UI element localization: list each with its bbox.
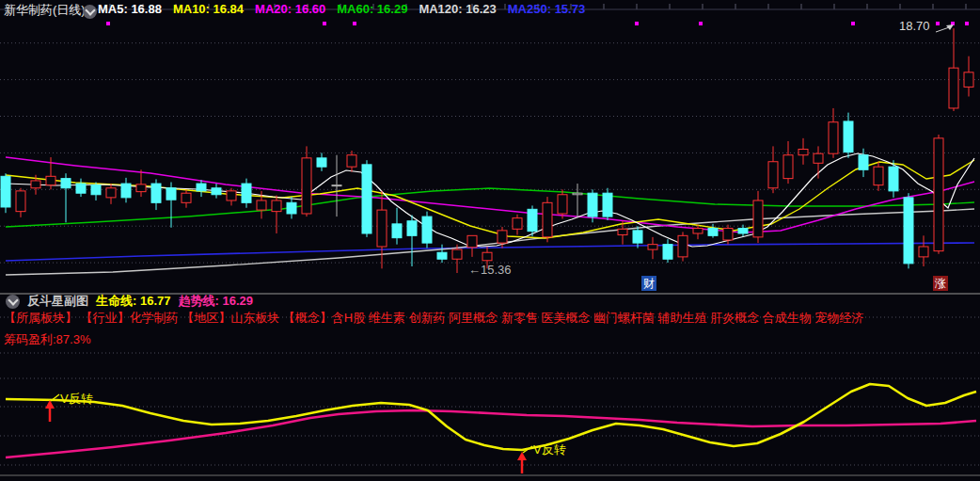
sub-indicator-title: 反斗星副图 [27,293,88,310]
chip-profit-info: 筹码盈利:87.3% [4,331,90,348]
ma-legend-item: MA250: 15.73 [508,2,585,16]
low-price-label: ←15.36 [468,263,512,277]
collapse-main-chart-button[interactable] [83,5,97,19]
high-price-label: 18.70 [899,19,930,33]
sector-concept-info: 【所属板块】 【行业】化学制药 【地区】山东板块 【概念】含H股 维生素 创新药… [4,310,863,327]
ma-legend-item: MA60: 16.29 [337,2,407,16]
v-reversal-label-2: V反转 [533,441,566,458]
life-line-value: 生命线: 16.77 [96,293,170,310]
v-reversal-label-1: V反转 [60,391,93,408]
trend-line-value: 趋势线: 16.29 [178,293,252,310]
ma-legend-row: MA5: 16.88MA10: 16.84MA20: 16.60MA60: 16… [98,2,585,16]
chart-header: 新华制药(日线) [4,2,86,19]
ma-legend-item: MA10: 16.84 [173,2,244,16]
stock-terminal-window: 新华制药(日线) MA5: 16.88MA10: 16.84MA20: 16.6… [0,0,980,481]
sub-panel-header: 反斗星副图 生命线: 16.77 趋势线: 16.29 [6,293,253,310]
chevron-down-icon [8,295,18,305]
stock-title: 新华制药(日线) [4,2,86,19]
finance-report-badge[interactable]: 财 [641,276,656,291]
ma-legend-item: MA5: 16.88 [98,2,162,16]
ma-legend-item: MA120: 16.23 [419,2,496,16]
chevron-down-icon [85,5,95,15]
collapse-sub-chart-button[interactable] [6,295,20,309]
ma-legend-item: MA20: 16.60 [255,2,325,16]
limit-up-badge[interactable]: 涨 [933,276,948,291]
